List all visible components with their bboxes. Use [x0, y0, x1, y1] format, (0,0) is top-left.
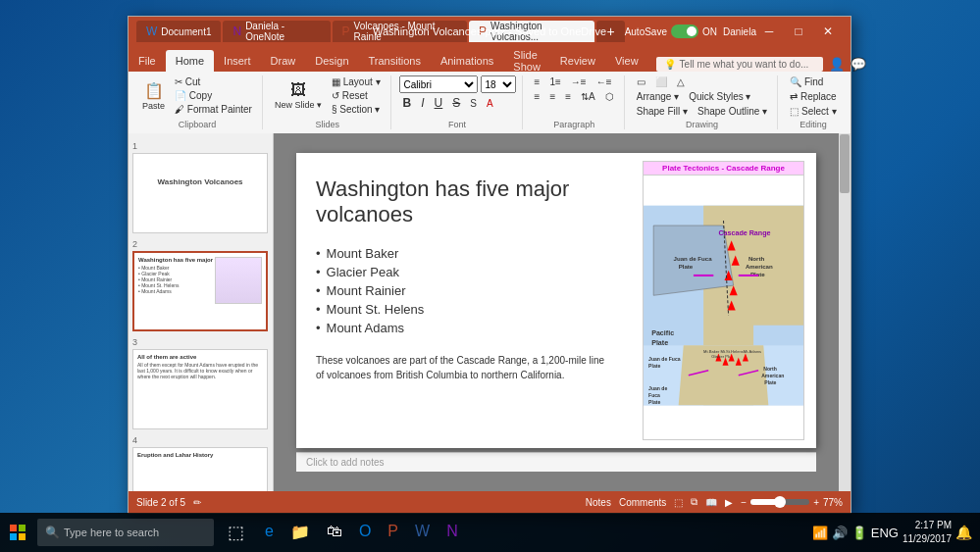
bullet-mount-adams: •Mount Adams — [316, 319, 615, 337]
increase-indent-button[interactable]: →≡ — [567, 75, 591, 88]
tab-onenote[interactable]: N Daniela - OneNote — [223, 21, 330, 42]
ribbon-tab-insert[interactable]: Insert — [214, 50, 261, 72]
zoom-in-button[interactable]: + — [813, 497, 819, 508]
ribbon-tab-slideshow[interactable]: Slide Show — [503, 50, 550, 72]
bullets-button[interactable]: ≡ — [531, 75, 544, 88]
notification-button[interactable]: 🔔 — [955, 525, 972, 540]
autosave-area: AutoSave ON — [625, 25, 717, 38]
replace-button[interactable]: ⇄ Replace — [786, 90, 840, 103]
find-button[interactable]: 🔍 Find — [786, 75, 840, 88]
svg-text:Mt.St.Helens: Mt.St.Helens — [720, 349, 743, 354]
ribbon-tab-review[interactable]: Review — [550, 50, 605, 72]
minimize-button[interactable]: ─ — [754, 17, 784, 46]
paste-button[interactable]: 📋 Paste — [138, 79, 169, 113]
taskbar-outlook-button[interactable]: O — [351, 513, 379, 552]
decrease-indent-button[interactable]: ←≡ — [593, 75, 616, 88]
autosave-toggle[interactable] — [671, 25, 698, 38]
italic-button[interactable]: I — [417, 95, 428, 111]
ribbon-tab-animations[interactable]: Animations — [431, 50, 503, 72]
copy-button[interactable]: 📄 Copy — [171, 89, 256, 102]
zoom-slider[interactable] — [750, 499, 809, 505]
text-direction-button[interactable]: ⇅A — [577, 90, 599, 103]
taskbar-explorer-button[interactable]: 📁 — [283, 513, 318, 552]
system-tray-icons: 📶 🔊 🔋 ENG — [812, 526, 899, 540]
smartart-button[interactable]: ⬡ — [601, 90, 618, 103]
font-color-button[interactable]: A — [483, 97, 497, 110]
volume-icon[interactable]: 🔊 — [832, 526, 848, 540]
status-bar: Slide 2 of 5 ✏ Notes Comments ⬚ ⧉ 📖 ▶ − … — [129, 491, 851, 513]
editor-area[interactable]: Washington has five major volcanoes •Mou… — [274, 133, 839, 491]
scrollbar-thumb[interactable] — [840, 134, 850, 193]
network-icon[interactable]: 📶 — [812, 526, 828, 540]
clock[interactable]: 2:17 PM 11/29/2017 — [903, 519, 952, 546]
underline-button[interactable]: U — [431, 95, 447, 111]
taskbar-store-button[interactable]: 🛍 — [319, 513, 350, 552]
align-right-button[interactable]: ≡ — [561, 90, 575, 103]
notes-button[interactable]: Notes — [586, 497, 611, 508]
cut-button[interactable]: ✂ Cut — [171, 75, 256, 88]
view-slide-sorter-icon[interactable]: ⧉ — [691, 496, 697, 508]
view-reading-icon[interactable]: 📖 — [705, 497, 717, 508]
numbering-button[interactable]: 1≡ — [545, 75, 564, 88]
shadow-button[interactable]: S — [466, 97, 481, 110]
taskbar-onenote-button[interactable]: N — [438, 513, 466, 552]
shape1[interactable]: ▭ — [633, 75, 649, 88]
tell-me-box[interactable]: 💡 Tell me what you want to do... — [656, 57, 823, 72]
slide-canvas[interactable]: Washington has five major volcanoes •Mou… — [296, 153, 816, 448]
battery-icon[interactable]: 🔋 — [851, 526, 867, 540]
thumb-image-4: Eruption and Lahar History — [132, 447, 268, 491]
language-icon[interactable]: ENG — [871, 526, 899, 540]
ribbon-tab-design[interactable]: Design — [305, 50, 358, 72]
shape-outline-button[interactable]: Shape Outline ▾ — [694, 105, 771, 118]
comments-button[interactable]: Comments — [619, 497, 666, 508]
slide-thumb-4[interactable]: 4 Eruption and Lahar History — [132, 435, 268, 491]
ribbon-tab-transitions[interactable]: Transitions — [359, 50, 431, 72]
taskbar-edge-button[interactable]: e — [257, 513, 282, 552]
arrange-button[interactable]: Arrange ▾ — [633, 90, 683, 103]
strikethrough-button[interactable]: S — [448, 95, 464, 111]
task-view-button[interactable]: ⬚ — [218, 513, 253, 552]
view-presenter-icon[interactable]: ▶ — [725, 497, 733, 508]
tab-word[interactable]: W Document1 — [136, 21, 221, 42]
font-size-select[interactable]: 18 — [481, 75, 516, 93]
zoom-control[interactable]: − + 77% — [741, 497, 843, 508]
shape3[interactable]: △ — [673, 75, 689, 88]
slide-thumb-3[interactable]: 3 All of them are active All of them exc… — [132, 337, 268, 429]
shape-fill-button[interactable]: Shape Fill ▾ — [633, 105, 692, 118]
font-family-select[interactable]: Calibri — [399, 75, 478, 93]
zoom-out-button[interactable]: − — [741, 497, 747, 508]
ribbon-tab-draw[interactable]: Draw — [261, 50, 306, 72]
close-button[interactable]: ✕ — [813, 17, 843, 46]
zoom-slider-thumb[interactable] — [774, 496, 786, 508]
svg-text:Plate: Plate — [679, 263, 694, 270]
start-button[interactable] — [0, 513, 35, 552]
account-button[interactable]: Daniela — [725, 17, 754, 46]
shape2[interactable]: ⬜ — [651, 75, 671, 88]
slide-thumb-2[interactable]: 2 Washington has five major volcanoes • … — [132, 239, 268, 331]
slide-thumb-1[interactable]: 1 Washington Volcanoes — [132, 141, 268, 233]
new-slide-button[interactable]: 🖼 New Slide ▾ — [271, 79, 326, 112]
layout-button[interactable]: ▦ Layout ▾ — [328, 75, 385, 88]
taskbar-search[interactable]: 🔍 Type here to search — [37, 519, 214, 546]
svg-text:Mt.Adams: Mt.Adams — [744, 349, 761, 354]
bold-button[interactable]: B — [399, 95, 416, 111]
view-normal-icon[interactable]: ⬚ — [674, 497, 683, 508]
align-center-button[interactable]: ≡ — [545, 90, 559, 103]
select-button[interactable]: ⬚ Select ▾ — [786, 105, 840, 118]
notes-bar[interactable]: Click to add notes — [296, 452, 816, 472]
ribbon-tab-view[interactable]: View — [605, 50, 648, 72]
section-button[interactable]: § Section ▾ — [328, 103, 385, 116]
maximize-button[interactable]: □ — [784, 17, 813, 46]
taskbar-powerpoint-button[interactable]: P — [380, 513, 406, 552]
taskbar-word-button[interactable]: W — [407, 513, 438, 552]
align-left-button[interactable]: ≡ — [531, 90, 544, 103]
zoom-level[interactable]: 77% — [823, 497, 843, 508]
ribbon-tab-home[interactable]: Home — [166, 50, 214, 72]
vertical-scrollbar[interactable] — [839, 133, 851, 491]
ribbon-tab-file[interactable]: File — [129, 50, 166, 72]
quick-styles-button[interactable]: Quick Styles ▾ — [685, 90, 754, 103]
edge-icon: e — [265, 523, 274, 540]
format-painter-button[interactable]: 🖌 Format Painter — [171, 103, 256, 116]
slide-title[interactable]: Washington has five major volcanoes — [316, 176, 615, 228]
reset-button[interactable]: ↺ Reset — [328, 89, 385, 102]
